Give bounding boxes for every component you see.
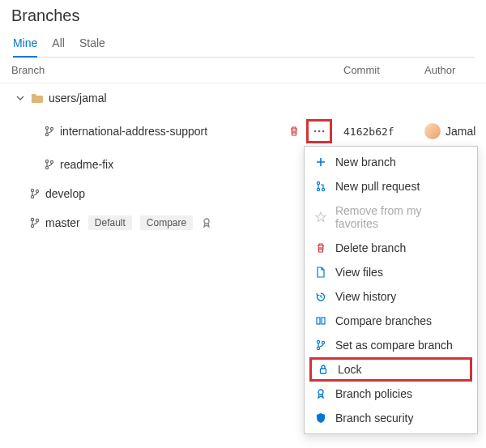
col-author: Author xyxy=(424,64,475,76)
menu-label: View files xyxy=(335,266,383,279)
delete-icon[interactable] xyxy=(288,126,300,137)
svg-point-23 xyxy=(322,341,324,343)
menu-label: Lock xyxy=(338,363,362,376)
page-title: Branches xyxy=(11,6,475,25)
avatar xyxy=(424,123,441,139)
plus-icon xyxy=(314,156,327,168)
branch-icon xyxy=(44,159,55,170)
menu-branch-security[interactable]: Branch security xyxy=(305,406,477,430)
menu-new-branch[interactable]: New branch xyxy=(305,150,477,174)
branch-row-intl[interactable]: international-address-support 4162b62f J… xyxy=(0,113,486,150)
menu-remove-favorite: Remove from my favorites xyxy=(305,198,477,236)
menu-delete-branch[interactable]: Delete branch xyxy=(305,236,477,260)
history-icon xyxy=(314,291,327,302)
folder-icon xyxy=(31,92,44,104)
file-icon xyxy=(314,267,327,278)
branch-name: master xyxy=(45,216,80,229)
svg-rect-20 xyxy=(322,318,325,324)
medal-icon xyxy=(314,388,327,399)
svg-point-0 xyxy=(45,126,48,129)
menu-view-files[interactable]: View files xyxy=(305,260,477,284)
svg-point-10 xyxy=(31,195,33,198)
svg-point-4 xyxy=(318,130,321,133)
col-branch: Branch xyxy=(11,64,343,76)
menu-set-compare-branch[interactable]: Set as compare branch xyxy=(305,333,477,357)
svg-point-1 xyxy=(45,133,48,135)
branch-name: international-address-support xyxy=(60,125,207,138)
menu-branch-policies[interactable]: Branch policies xyxy=(305,382,477,406)
svg-point-16 xyxy=(317,181,319,184)
svg-point-2 xyxy=(50,127,53,130)
svg-point-9 xyxy=(31,189,33,191)
menu-compare-branches[interactable]: Compare branches xyxy=(305,309,477,333)
menu-label: New pull request xyxy=(335,180,420,193)
branch-icon xyxy=(29,188,40,199)
policy-medal-icon xyxy=(201,217,212,228)
menu-label: Set as compare branch xyxy=(335,339,453,352)
pull-request-icon xyxy=(314,181,327,192)
menu-label: New branch xyxy=(335,156,396,169)
chevron-down-icon[interactable] xyxy=(16,94,26,102)
star-outline-icon xyxy=(314,211,327,223)
col-commit: Commit xyxy=(343,64,424,76)
branch-context-menu: New branch New pull request Remove from … xyxy=(304,146,478,434)
more-button[interactable] xyxy=(309,122,329,140)
highlight-more-button xyxy=(306,119,332,143)
svg-point-21 xyxy=(317,340,319,343)
trash-icon xyxy=(314,242,327,254)
branch-icon xyxy=(29,217,40,228)
svg-point-13 xyxy=(31,224,33,227)
tab-mine[interactable]: Mine xyxy=(13,32,37,58)
tab-all[interactable]: All xyxy=(52,32,65,57)
menu-label: View history xyxy=(335,290,396,303)
compare-icon xyxy=(314,315,327,326)
svg-point-18 xyxy=(322,188,324,190)
svg-point-3 xyxy=(314,130,317,133)
menu-new-pull-request[interactable]: New pull request xyxy=(305,174,477,198)
branch-icon xyxy=(44,126,55,137)
svg-point-25 xyxy=(318,390,323,395)
menu-lock[interactable]: Lock xyxy=(309,357,472,382)
svg-rect-24 xyxy=(321,369,326,373)
author-name: Jamal xyxy=(446,125,475,138)
column-headers: Branch Commit Author xyxy=(0,58,486,83)
menu-label: Branch policies xyxy=(335,387,412,400)
svg-point-6 xyxy=(45,160,48,162)
branch-name: develop xyxy=(45,187,85,200)
default-badge: Default xyxy=(88,215,132,230)
svg-point-12 xyxy=(31,218,33,220)
menu-label: Delete branch xyxy=(335,241,406,254)
menu-label: Branch security xyxy=(335,412,413,425)
branch-name: readme-fix xyxy=(60,158,113,171)
compare-badge: Compare xyxy=(140,215,193,230)
shield-icon xyxy=(314,412,327,424)
svg-point-22 xyxy=(317,347,319,349)
svg-point-17 xyxy=(317,188,319,190)
svg-point-5 xyxy=(322,130,325,133)
svg-rect-19 xyxy=(317,318,320,324)
folder-name: users/jamal xyxy=(49,92,107,105)
svg-point-8 xyxy=(50,160,53,163)
menu-view-history[interactable]: View history xyxy=(305,284,477,309)
menu-label: Compare branches xyxy=(335,314,432,327)
menu-label: Remove from my favorites xyxy=(335,204,467,230)
svg-point-15 xyxy=(204,219,209,224)
svg-point-14 xyxy=(36,219,38,221)
tab-stale[interactable]: Stale xyxy=(79,32,105,57)
svg-point-11 xyxy=(36,190,38,192)
tabs-bar: Mine All Stale xyxy=(11,32,475,58)
commit-hash[interactable]: 4162b62f xyxy=(343,126,424,138)
svg-point-7 xyxy=(45,166,48,169)
folder-row[interactable]: users/jamal xyxy=(0,83,486,113)
branch-icon xyxy=(314,339,327,351)
lock-icon xyxy=(317,364,330,375)
